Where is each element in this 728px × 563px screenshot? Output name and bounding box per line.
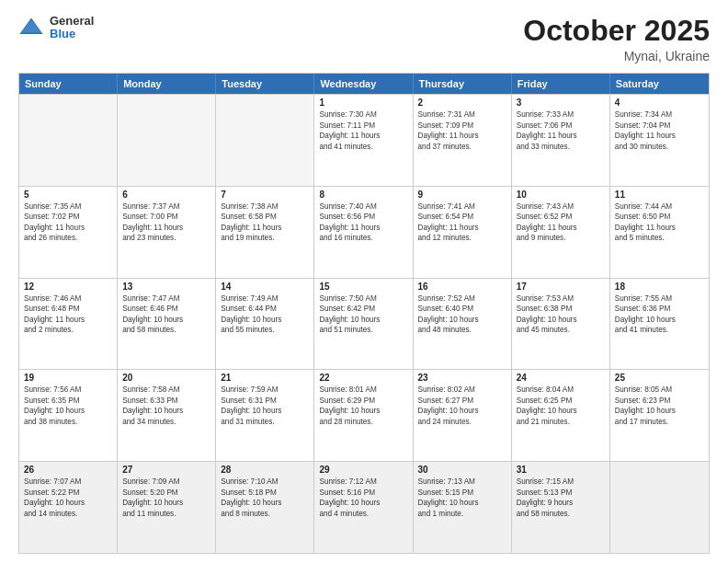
day-cell-20: 20Sunrise: 7:58 AM Sunset: 6:33 PM Dayli… (118, 370, 216, 461)
empty-cell (610, 462, 709, 553)
column-header-sunday: Sunday (19, 74, 118, 94)
day-number: 29 (319, 465, 407, 475)
day-number: 4 (615, 98, 704, 108)
day-info: Sunrise: 7:33 AM Sunset: 7:06 PM Dayligh… (517, 109, 605, 152)
day-cell-31: 31Sunrise: 7:15 AM Sunset: 5:13 PM Dayli… (512, 462, 610, 553)
day-cell-7: 7Sunrise: 7:38 AM Sunset: 6:58 PM Daylig… (216, 187, 314, 278)
empty-cell (216, 95, 314, 186)
day-number: 30 (418, 465, 506, 475)
empty-cell (19, 95, 118, 186)
day-number: 25 (615, 373, 704, 383)
day-cell-2: 2Sunrise: 7:31 AM Sunset: 7:09 PM Daylig… (414, 95, 512, 186)
logo-general: General (50, 15, 94, 28)
day-info: Sunrise: 7:58 AM Sunset: 6:33 PM Dayligh… (122, 385, 210, 427)
empty-cell (118, 95, 216, 186)
day-cell-5: 5Sunrise: 7:35 AM Sunset: 7:02 PM Daylig… (19, 187, 118, 278)
day-info: Sunrise: 7:30 AM Sunset: 7:11 PM Dayligh… (319, 109, 407, 152)
week-row-2: 5Sunrise: 7:35 AM Sunset: 7:02 PM Daylig… (19, 186, 709, 278)
calendar-header: SundayMondayTuesdayWednesdayThursdayFrid… (19, 74, 709, 94)
column-header-friday: Friday (512, 74, 610, 94)
day-cell-4: 4Sunrise: 7:34 AM Sunset: 7:04 PM Daylig… (610, 95, 709, 186)
day-info: Sunrise: 7:49 AM Sunset: 6:44 PM Dayligh… (221, 293, 309, 336)
month-title: October 2025 (523, 15, 710, 47)
day-cell-26: 26Sunrise: 7:07 AM Sunset: 5:22 PM Dayli… (19, 462, 118, 553)
logo-blue: Blue (50, 28, 94, 40)
day-number: 23 (418, 373, 506, 383)
day-number: 18 (615, 282, 704, 292)
day-info: Sunrise: 7:40 AM Sunset: 6:56 PM Dayligh… (319, 201, 407, 244)
day-number: 9 (418, 190, 506, 200)
day-cell-8: 8Sunrise: 7:40 AM Sunset: 6:56 PM Daylig… (314, 187, 413, 278)
week-row-1: 1Sunrise: 7:30 AM Sunset: 7:11 PM Daylig… (19, 94, 709, 186)
day-number: 11 (615, 190, 704, 200)
day-number: 12 (24, 282, 112, 292)
week-row-5: 26Sunrise: 7:07 AM Sunset: 5:22 PM Dayli… (19, 461, 709, 553)
day-cell-22: 22Sunrise: 8:01 AM Sunset: 6:29 PM Dayli… (314, 370, 413, 461)
day-cell-13: 13Sunrise: 7:47 AM Sunset: 6:46 PM Dayli… (118, 279, 216, 370)
day-info: Sunrise: 8:01 AM Sunset: 6:29 PM Dayligh… (319, 385, 407, 427)
day-info: Sunrise: 7:44 AM Sunset: 6:50 PM Dayligh… (615, 201, 704, 244)
day-cell-15: 15Sunrise: 7:50 AM Sunset: 6:42 PM Dayli… (314, 279, 413, 370)
day-cell-9: 9Sunrise: 7:41 AM Sunset: 6:54 PM Daylig… (414, 187, 512, 278)
day-number: 26 (24, 465, 112, 475)
day-number: 1 (319, 98, 407, 108)
title-block: October 2025 Mynai, Ukraine (523, 15, 710, 63)
day-info: Sunrise: 7:43 AM Sunset: 6:52 PM Dayligh… (517, 201, 605, 244)
day-number: 7 (221, 190, 309, 200)
week-row-3: 12Sunrise: 7:46 AM Sunset: 6:48 PM Dayli… (19, 278, 709, 370)
day-cell-28: 28Sunrise: 7:10 AM Sunset: 5:18 PM Dayli… (216, 462, 314, 553)
day-info: Sunrise: 7:41 AM Sunset: 6:54 PM Dayligh… (418, 201, 506, 244)
day-info: Sunrise: 7:55 AM Sunset: 6:36 PM Dayligh… (615, 293, 704, 336)
day-number: 28 (221, 465, 309, 475)
day-info: Sunrise: 7:15 AM Sunset: 5:13 PM Dayligh… (517, 477, 605, 519)
day-info: Sunrise: 8:04 AM Sunset: 6:25 PM Dayligh… (517, 385, 605, 427)
day-number: 31 (517, 465, 605, 475)
day-cell-16: 16Sunrise: 7:52 AM Sunset: 6:40 PM Dayli… (414, 279, 512, 370)
column-header-saturday: Saturday (610, 74, 709, 94)
header: General Blue October 2025 Mynai, Ukraine (18, 15, 710, 63)
day-info: Sunrise: 7:56 AM Sunset: 6:35 PM Dayligh… (24, 385, 112, 427)
day-cell-11: 11Sunrise: 7:44 AM Sunset: 6:50 PM Dayli… (610, 187, 709, 278)
day-info: Sunrise: 7:50 AM Sunset: 6:42 PM Dayligh… (319, 293, 407, 336)
day-cell-6: 6Sunrise: 7:37 AM Sunset: 7:00 PM Daylig… (118, 187, 216, 278)
day-cell-17: 17Sunrise: 7:53 AM Sunset: 6:38 PM Dayli… (512, 279, 610, 370)
day-cell-23: 23Sunrise: 8:02 AM Sunset: 6:27 PM Dayli… (414, 370, 512, 461)
column-header-tuesday: Tuesday (216, 74, 314, 94)
day-number: 16 (418, 282, 506, 292)
day-info: Sunrise: 7:53 AM Sunset: 6:38 PM Dayligh… (517, 293, 605, 336)
day-info: Sunrise: 7:47 AM Sunset: 6:46 PM Dayligh… (122, 293, 210, 336)
day-number: 27 (122, 465, 210, 475)
day-cell-12: 12Sunrise: 7:46 AM Sunset: 6:48 PM Dayli… (19, 279, 118, 370)
calendar-body: 1Sunrise: 7:30 AM Sunset: 7:11 PM Daylig… (19, 94, 709, 553)
location: Mynai, Ukraine (523, 49, 710, 63)
day-cell-18: 18Sunrise: 7:55 AM Sunset: 6:36 PM Dayli… (610, 279, 709, 370)
day-cell-10: 10Sunrise: 7:43 AM Sunset: 6:52 PM Dayli… (512, 187, 610, 278)
logo-text: General Blue (50, 15, 94, 41)
day-number: 2 (418, 98, 506, 108)
day-info: Sunrise: 7:59 AM Sunset: 6:31 PM Dayligh… (221, 385, 309, 427)
column-header-wednesday: Wednesday (314, 74, 413, 94)
day-info: Sunrise: 7:52 AM Sunset: 6:40 PM Dayligh… (418, 293, 506, 336)
day-info: Sunrise: 8:05 AM Sunset: 6:23 PM Dayligh… (615, 385, 704, 427)
day-cell-27: 27Sunrise: 7:09 AM Sunset: 5:20 PM Dayli… (118, 462, 216, 553)
day-number: 24 (517, 373, 605, 383)
day-info: Sunrise: 7:34 AM Sunset: 7:04 PM Dayligh… (615, 109, 704, 152)
day-info: Sunrise: 7:31 AM Sunset: 7:09 PM Dayligh… (418, 109, 506, 152)
day-number: 20 (122, 373, 210, 383)
column-header-monday: Monday (118, 74, 216, 94)
day-cell-29: 29Sunrise: 7:12 AM Sunset: 5:16 PM Dayli… (314, 462, 413, 553)
day-info: Sunrise: 7:35 AM Sunset: 7:02 PM Dayligh… (24, 201, 112, 244)
day-info: Sunrise: 7:46 AM Sunset: 6:48 PM Dayligh… (24, 293, 112, 336)
logo-icon (18, 15, 44, 40)
day-number: 21 (221, 373, 309, 383)
day-cell-25: 25Sunrise: 8:05 AM Sunset: 6:23 PM Dayli… (610, 370, 709, 461)
day-cell-30: 30Sunrise: 7:13 AM Sunset: 5:15 PM Dayli… (414, 462, 512, 553)
day-number: 19 (24, 373, 112, 383)
week-row-4: 19Sunrise: 7:56 AM Sunset: 6:35 PM Dayli… (19, 369, 709, 461)
day-info: Sunrise: 8:02 AM Sunset: 6:27 PM Dayligh… (418, 385, 506, 427)
day-number: 22 (319, 373, 407, 383)
day-number: 5 (24, 190, 112, 200)
calendar: SundayMondayTuesdayWednesdayThursdayFrid… (18, 73, 710, 554)
day-cell-21: 21Sunrise: 7:59 AM Sunset: 6:31 PM Dayli… (216, 370, 314, 461)
day-info: Sunrise: 7:07 AM Sunset: 5:22 PM Dayligh… (24, 477, 112, 519)
